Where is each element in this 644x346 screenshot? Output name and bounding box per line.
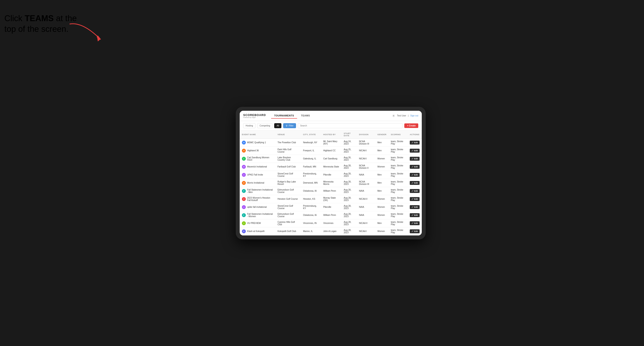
tab-teams[interactable]: TEAMS xyxy=(298,113,313,119)
edit-icon xyxy=(412,206,414,208)
edit-button[interactable]: Edit xyxy=(410,229,420,233)
create-btn[interactable]: + Create xyxy=(404,123,418,128)
venue-cell: Edmundson Golf Course xyxy=(275,187,301,195)
scoring-cell: team, Stroke Play xyxy=(388,179,408,187)
table-row: K Klash at Kokopelli Kokopelli Golf Club… xyxy=(240,227,422,235)
edit-icon xyxy=(412,222,414,224)
hosted-by-cell: Carl Sandburg xyxy=(321,155,342,163)
start-date-cell: Aug 28, 2023 xyxy=(342,187,357,195)
edit-button[interactable]: Edit xyxy=(410,141,420,145)
edit-button[interactable]: Edit xyxy=(410,221,420,225)
venue-cell: The Powelton Club xyxy=(275,139,301,147)
signout-link[interactable]: Sign out xyxy=(410,115,418,117)
city-cell: Oskaloosa, IA xyxy=(301,211,321,219)
col-event-name: EVENT NAME xyxy=(240,131,275,139)
hosted-by-cell: Minnesota State xyxy=(321,163,342,171)
edit-button[interactable]: Edit xyxy=(410,149,420,153)
hosting-filter-btn[interactable]: Hosting xyxy=(243,123,256,128)
tab-tournaments[interactable]: TOURNAMENTS xyxy=(271,113,297,119)
start-date-cell: Aug 28, 2023 xyxy=(342,179,357,187)
edit-button[interactable]: Edit xyxy=(410,165,420,169)
actions-cell: Edit xyxy=(408,155,422,163)
event-name-cell: U upike fall invitational xyxy=(240,203,275,211)
city-cell: Vincennes, IN xyxy=(301,219,321,227)
gender-cell: Women xyxy=(375,195,389,203)
start-date-cell: Aug 28, 2023 xyxy=(342,203,357,211)
division-cell: NCAA Division III xyxy=(357,179,375,187)
edit-icon xyxy=(412,174,414,176)
edit-button[interactable]: Edit xyxy=(410,205,420,209)
event-name-cell: H Highland 36 xyxy=(240,147,275,155)
filter-bar: Hosting Competing All Filter + Create xyxy=(240,121,422,131)
filter-icon-btn[interactable]: Filter xyxy=(283,123,296,128)
gender-cell: Women xyxy=(375,155,389,163)
table-row: F Fall Statesmen Invitational - Men Edmu… xyxy=(240,187,422,195)
event-name: Fall Statesmen Invitational - Men xyxy=(247,188,273,193)
table-row: V VU PREVIEW Cypress Hills Golf Club Vin… xyxy=(240,219,422,227)
scoring-cell: team, Stroke Play xyxy=(388,147,408,155)
competing-filter-btn[interactable]: Competing xyxy=(257,123,272,128)
event-name: Fall Statesmen Invitational - Women xyxy=(247,213,273,218)
division-cell: NICAA I xyxy=(357,147,375,155)
table-row: M Maverick Invitational Faribault Golf C… xyxy=(240,163,422,171)
city-cell: Prestonsburg, KY xyxy=(301,171,321,179)
event-name-cell: V VU PREVIEW xyxy=(240,219,275,227)
edit-button[interactable]: Edit xyxy=(410,173,420,177)
actions-cell: Edit xyxy=(408,139,422,147)
event-name: 2023 Women's Hesston Fall Kickoff xyxy=(247,197,273,201)
scoring-cell: team, Stroke Play xyxy=(388,171,408,179)
event-icon: M xyxy=(242,165,246,169)
edit-button[interactable]: Edit xyxy=(410,157,420,161)
nav-right: Test User | Sign out xyxy=(392,114,418,117)
hosted-by-cell: Pikeville xyxy=(321,203,342,211)
venue-cell: Cypress Hills Golf Club xyxy=(275,219,301,227)
event-icon: H xyxy=(242,149,246,153)
city-cell: Prestonsburg, KY xyxy=(301,203,321,211)
venue-cell: Kokopelli Golf Club xyxy=(275,227,301,235)
division-cell: NCAA Division II xyxy=(357,163,375,171)
actions-cell: Edit xyxy=(408,203,422,211)
event-name: Highland 36 xyxy=(247,149,259,152)
division-cell: NICAA I xyxy=(357,155,375,163)
actions-cell: Edit xyxy=(408,211,422,219)
all-filter-btn[interactable]: All xyxy=(274,123,282,128)
event-icon: U xyxy=(242,173,246,177)
start-date-cell: Aug 28, 2023 xyxy=(342,219,357,227)
scoring-cell: team, Stroke Play xyxy=(388,219,408,227)
user-name: Test User xyxy=(397,115,406,117)
edit-icon xyxy=(412,182,414,184)
scoring-cell: team, Stroke Play xyxy=(388,139,408,147)
event-name: Morris Invitational xyxy=(247,181,264,184)
event-name: UPKE Fall Invite xyxy=(247,173,263,176)
edit-button[interactable]: Edit xyxy=(410,181,420,185)
hosted-by-cell: Minnesota-Morris xyxy=(321,179,342,187)
edit-button[interactable]: Edit xyxy=(410,197,420,201)
city-cell: Faribault, MN xyxy=(301,163,321,171)
event-icon: F xyxy=(242,189,246,193)
city-cell: Newburgh, NY xyxy=(301,139,321,147)
event-name-cell: M Maverick Invitational xyxy=(240,163,275,171)
gender-cell: Men xyxy=(375,187,389,195)
start-date-cell: Aug 28, 2023 xyxy=(342,171,357,179)
event-name: Klash at Kokopelli xyxy=(247,230,264,232)
edit-button[interactable]: Edit xyxy=(410,213,420,217)
hosted-by-cell: Murray State (OK) xyxy=(321,195,342,203)
event-name: upike fall invitational xyxy=(247,206,267,208)
event-icon: C xyxy=(242,157,246,161)
city-cell: Galesburg, IL xyxy=(301,155,321,163)
table-row: U upike fall invitational StoneCrest Gol… xyxy=(240,203,422,211)
event-icon: F xyxy=(242,213,246,217)
gender-cell: Men xyxy=(375,219,389,227)
division-cell: NAIA xyxy=(357,203,375,211)
city-cell: Deerwood, MN xyxy=(301,179,321,187)
event-name-cell: F Fall Statesmen Invitational - Women xyxy=(240,211,275,219)
gender-cell: Men xyxy=(375,139,389,147)
venue-cell: Faribault Golf Club xyxy=(275,163,301,171)
search-input[interactable] xyxy=(298,123,403,128)
actions-cell: Edit xyxy=(408,179,422,187)
gender-cell: Women xyxy=(375,203,389,211)
hosted-by-cell: Highland CC xyxy=(321,147,342,155)
edit-button[interactable]: Edit xyxy=(410,189,420,193)
start-date-cell: Aug 25, 2023 xyxy=(342,147,357,155)
settings-icon[interactable] xyxy=(392,114,395,117)
